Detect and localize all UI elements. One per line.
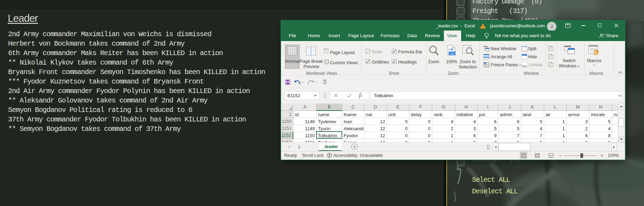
svg-text:100: 100 xyxy=(450,52,455,55)
